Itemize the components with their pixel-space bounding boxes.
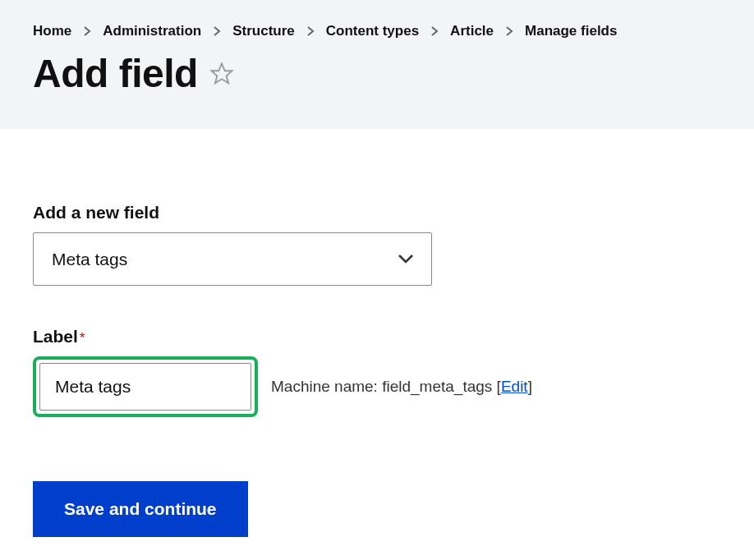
svg-marker-0 [211,63,232,83]
breadcrumb-article[interactable]: Article [450,23,494,39]
label-input-highlight [33,356,258,417]
machine-name-display: Machine name: field_meta_tags [Edit] [271,378,532,396]
edit-machine-name-link[interactable]: Edit [501,378,528,395]
breadcrumb-content-types[interactable]: Content types [326,23,419,39]
star-icon[interactable] [209,62,234,86]
breadcrumb-structure[interactable]: Structure [232,23,295,39]
breadcrumb: Home Administration Structure Content ty… [33,23,721,39]
breadcrumb-manage-fields[interactable]: Manage fields [525,23,617,39]
chevron-right-icon [306,25,315,37]
save-continue-button[interactable]: Save and continue [33,481,248,537]
chevron-right-icon [505,25,513,37]
breadcrumb-administration[interactable]: Administration [103,23,201,39]
breadcrumb-home[interactable]: Home [33,23,71,39]
label-input[interactable] [39,363,251,411]
new-field-label: Add a new field [33,203,721,223]
new-field-select[interactable]: Meta tags [33,232,432,286]
required-indicator: * [80,330,85,346]
chevron-right-icon [430,25,439,37]
chevron-right-icon [213,25,221,37]
page-title: Add field [33,51,198,96]
chevron-right-icon [83,25,91,37]
label-field-label: Label* [33,327,721,347]
